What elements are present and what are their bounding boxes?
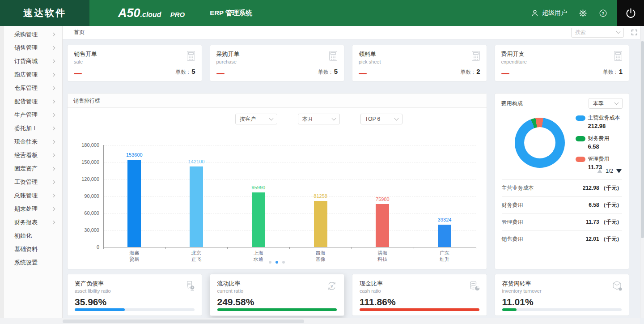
sidebar-item-1[interactable]: 采购管理 <box>0 28 62 41</box>
summary-card-subtitle: sale <box>74 59 195 64</box>
sidebar-item-3[interactable]: 订货商城 <box>0 55 62 68</box>
chevron-right-icon <box>51 153 55 157</box>
chevron-down-icon <box>269 116 274 120</box>
cube-icon <box>611 280 623 294</box>
sidebar-item-13[interactable]: 总账管理 <box>0 189 62 202</box>
sidebar-item-label: 基础资料 <box>14 245 38 253</box>
gear-icon[interactable] <box>579 9 587 17</box>
summary-card-3[interactable]: 领料单pick sheet单数 : 2 <box>352 45 487 81</box>
brand-logo: 速达软件 <box>0 0 89 26</box>
summary-card-count: 单数 : 5 <box>318 68 338 76</box>
summary-card-subtitle: expenditure <box>501 59 623 64</box>
chevron-right-icon <box>51 221 55 224</box>
sidebar-item-8[interactable]: 委托加工 <box>0 122 62 135</box>
pager-down-icon[interactable] <box>616 169 622 173</box>
summary-card-title: 领料单 <box>359 50 480 58</box>
sidebar-item-4[interactable]: 跑店管理 <box>0 68 62 81</box>
carousel-dot-1[interactable] <box>269 261 271 264</box>
summary-card-2[interactable]: 采购开单purchase单数 : 5 <box>210 45 345 81</box>
expense-panel: 费用构成 本季 主营业务成本212.98财务费用6.58管理费用11.73 1/… <box>495 93 630 269</box>
chevron-down-icon <box>332 116 336 120</box>
sidebar-item-16[interactable]: 初始化 <box>0 229 62 243</box>
sidebar-item-label: 销售管理 <box>14 44 38 52</box>
summary-card-count: 单数 : 5 <box>175 68 195 76</box>
chevron-down-icon <box>394 116 399 120</box>
summary-card-subtitle: purchase <box>216 59 338 64</box>
x-tick-mark <box>476 247 476 249</box>
user-icon <box>531 9 539 17</box>
sidebar-item-12[interactable]: 工资管理 <box>0 175 62 189</box>
sidebar-item-label: 系统设置 <box>14 259 38 267</box>
sidebar-item-17[interactable]: 基础资料 <box>0 243 62 256</box>
bar-slot: 142100 <box>165 132 228 247</box>
carousel-dot-3[interactable] <box>282 261 285 264</box>
chart-filter-select-2[interactable]: 本月 <box>298 114 340 124</box>
x-tick-mark <box>352 247 352 249</box>
summary-card-4[interactable]: 费用开支expenditure单数 : 1 <box>495 45 630 81</box>
refresh-yen-icon: ¥ <box>326 280 338 294</box>
vertical-scrollbar[interactable] <box>640 26 644 318</box>
carousel-dot-2[interactable] <box>275 261 278 264</box>
system-name: ERP 管理系统 <box>210 9 252 17</box>
tab-home[interactable]: 首页 <box>74 29 85 36</box>
summary-card-1[interactable]: 销售开单sale单数 : 5 <box>67 45 202 81</box>
chart-filter-select-1[interactable]: 按客户 <box>235 114 277 124</box>
pager-label: 1/2 <box>606 168 613 174</box>
product-logo: A50 .cloud PRO <box>118 6 185 20</box>
chevron-down-icon <box>614 100 619 105</box>
vertical-scrollbar-thumb[interactable] <box>641 41 644 238</box>
bar-4[interactable] <box>314 201 327 247</box>
kpi-card-3: 现金比率cash ratio111.86% <box>352 274 487 316</box>
svg-text:?: ? <box>602 11 604 15</box>
bar-value-label: 75980 <box>352 196 414 202</box>
fullscreen-icon[interactable] <box>631 29 638 36</box>
period-filter-select[interactable]: 本季 <box>589 98 623 109</box>
sidebar-item-14[interactable]: 期末处理 <box>0 202 62 216</box>
sidebar-item-15[interactable]: 财务报表 <box>0 216 62 229</box>
sidebar-item-5[interactable]: 仓库管理 <box>0 81 62 95</box>
legend-entry-1: 主营业务成本212.98 <box>576 114 620 129</box>
kpi-subtitle: asset libility ratio <box>75 288 195 294</box>
sidebar-item-9[interactable]: 现金往来 <box>0 135 62 149</box>
bar-3[interactable] <box>252 192 265 247</box>
bar-value-label: 95990 <box>227 185 289 190</box>
sidebar-item-11[interactable]: 固定资产 <box>0 162 62 175</box>
kpi-cards-row: 资产负债率asset libility ratio35.96%流动比率curre… <box>67 274 629 316</box>
user-menu[interactable]: 超级用户 <box>531 9 567 17</box>
kpi-value: 11.01% <box>502 297 622 307</box>
question-icon[interactable]: ? <box>599 9 607 17</box>
legend-label: 主营业务成本 <box>588 114 620 122</box>
summary-card-subtitle: pick sheet <box>359 59 480 64</box>
sidebar-item-label: 期末处理 <box>14 205 38 213</box>
chevron-right-icon <box>51 127 55 130</box>
sidebar-item-label: 经营看板 <box>14 151 38 159</box>
horizontal-scrollbar[interactable] <box>0 318 640 324</box>
search-input[interactable]: 搜索 <box>571 28 624 38</box>
chevron-down-icon <box>616 30 621 34</box>
sidebar-item-10[interactable]: 经营看板 <box>0 149 62 162</box>
kpi-subtitle: cash ratio <box>360 288 479 294</box>
pager-up-icon[interactable] <box>597 169 602 173</box>
sidebar-item-7[interactable]: 生产管理 <box>0 108 62 122</box>
red-dash <box>216 73 225 74</box>
chart-filter-select-3[interactable]: TOP 6 <box>360 114 402 124</box>
expense-row-label: 主营业务成本 <box>502 184 534 192</box>
sidebar-item-18[interactable]: 系统设置 <box>0 256 62 269</box>
x-tick-mark <box>165 247 166 249</box>
calculator-icon <box>612 50 624 64</box>
y-tick-label: 120,000 <box>81 176 99 182</box>
bar-2[interactable] <box>190 166 203 247</box>
kpi-card-4: 存货周转率inventory turnover11.01% <box>495 274 630 316</box>
horizontal-scrollbar-thumb[interactable] <box>63 320 304 323</box>
red-dash <box>501 73 509 74</box>
logout-button[interactable] <box>617 0 644 26</box>
bar-1[interactable] <box>127 160 141 247</box>
chevron-right-icon <box>51 180 55 184</box>
sidebar-item-2[interactable]: 销售管理 <box>0 41 62 55</box>
bar-slot: 39324 <box>414 132 476 247</box>
bar-5[interactable] <box>376 204 389 247</box>
sidebar-item-6[interactable]: 配货管理 <box>0 95 62 108</box>
bar-slot: 95990 <box>227 132 289 247</box>
bar-6[interactable] <box>438 225 451 247</box>
sidebar-item-label: 初始化 <box>14 232 32 240</box>
